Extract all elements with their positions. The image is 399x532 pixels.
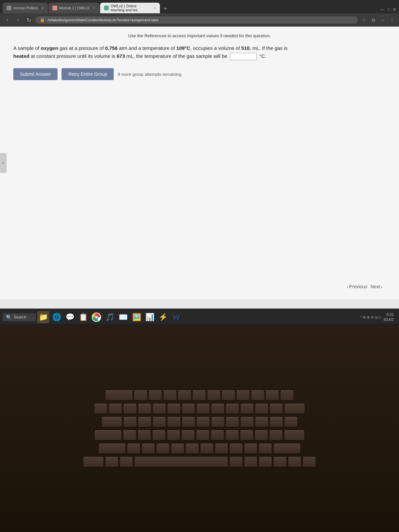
key-b xyxy=(186,444,199,454)
menu-icon[interactable]: ⋮ xyxy=(388,17,396,23)
key-t xyxy=(182,417,195,428)
key-space xyxy=(135,457,228,467)
q-part2: atm and a temperature of xyxy=(118,45,177,51)
key-win xyxy=(105,457,118,467)
key-h xyxy=(197,430,209,441)
search-label: Search xyxy=(14,315,26,320)
tab-module2-owlv2[interactable]: Module 2 | OWLv2 ✕ xyxy=(49,3,99,13)
key-enter xyxy=(284,430,304,441)
key-f6 xyxy=(207,390,220,401)
key-f1 xyxy=(134,390,147,401)
q-part5: mL, the temperature of the gas sample wi… xyxy=(125,53,227,59)
new-tab-button[interactable]: + xyxy=(161,4,170,13)
reload-button[interactable]: ↻ xyxy=(25,17,33,23)
key-c xyxy=(157,444,169,454)
key-arrow-l xyxy=(259,457,272,467)
key-f9 xyxy=(251,390,264,401)
previous-button[interactable]: ‹ Previous xyxy=(347,284,367,289)
address-text: m/takeAssignment/takeCovalentActivity.do… xyxy=(48,18,158,22)
reference-note: Use the References to access important v… xyxy=(13,33,386,38)
key-u xyxy=(211,417,224,428)
q-part3: , occupies a volume of xyxy=(190,45,241,51)
taskbar-mail[interactable]: ✉️ xyxy=(117,311,129,323)
key-z xyxy=(127,444,140,454)
tab2-close[interactable]: ✕ xyxy=(93,6,95,10)
taskbar-powerpoint[interactable]: 📊 xyxy=(144,311,156,323)
app1-icon: 📋 xyxy=(79,313,88,322)
browser-actions: ☆ ⧉ ○ ⋮ xyxy=(360,17,396,23)
minimize-button[interactable]: — xyxy=(380,7,385,12)
q-part4: at constant pressure until its volume is xyxy=(29,53,117,59)
edge-icon: 🌐 xyxy=(52,313,61,322)
key-e xyxy=(153,417,166,428)
key-a xyxy=(123,430,136,441)
key-n xyxy=(200,444,213,454)
address-bar[interactable]: 🔒 m/takeAssignment/takeCovalentActivity.… xyxy=(35,16,358,24)
key-s xyxy=(138,430,151,441)
file-explorer-icon: 📁 xyxy=(39,313,48,322)
tray-icons: ^ ⊕ ⊗ ≋ ψ ⌻ xyxy=(360,315,381,320)
taskbar-music[interactable]: 🎵 xyxy=(104,311,116,323)
answer-input-box[interactable] xyxy=(230,53,257,60)
tab1-close[interactable]: ✕ xyxy=(41,6,44,10)
taskbar-file-explorer[interactable]: 📁 xyxy=(37,311,49,323)
key-comma xyxy=(230,444,242,454)
key-ctrl-l xyxy=(83,457,103,467)
key-f5 xyxy=(193,390,205,401)
teams-icon: 💬 xyxy=(66,313,74,322)
submit-answer-button[interactable]: Submit Answer xyxy=(13,68,58,80)
previous-chevron-icon: ‹ xyxy=(347,284,348,289)
key-8 xyxy=(211,404,224,414)
tab-american-politics[interactable]: nerican Politics ✕ xyxy=(3,3,48,13)
back-button[interactable]: ‹ xyxy=(3,17,11,23)
close-window-button[interactable]: ✕ xyxy=(393,7,396,12)
taskbar: 🔍 Search 📁 🌐 💬 📋 🎵 ✉️ 🖼️ 📊 ⚡ xyxy=(0,309,399,326)
next-button[interactable]: Next › xyxy=(371,284,382,289)
taskbar-chrome[interactable] xyxy=(90,311,102,323)
taskbar-edge[interactable]: 🌐 xyxy=(51,311,63,323)
tab3-close[interactable]: ✕ xyxy=(153,6,156,10)
extension-icon[interactable]: ⧉ xyxy=(370,17,377,23)
key-f8 xyxy=(237,390,249,401)
keyboard-row-1 xyxy=(106,390,293,401)
key-7 xyxy=(197,404,209,414)
q-part1: gas at a pressure of xyxy=(58,45,105,51)
retry-entire-group-button[interactable]: Retry Entire Group xyxy=(62,68,114,80)
profile-icon[interactable]: ○ xyxy=(379,17,386,23)
address-bar-row: ‹ › ↻ 🔒 m/takeAssignment/takeCovalentAct… xyxy=(0,13,399,27)
left-collapse-arrow[interactable]: < xyxy=(0,153,7,173)
maximize-button[interactable]: □ xyxy=(387,7,390,12)
previous-label: Previous xyxy=(349,284,367,289)
word-icon: W xyxy=(173,313,180,322)
key-4 xyxy=(153,404,166,414)
next-label: Next xyxy=(371,284,380,289)
key-1 xyxy=(109,404,122,414)
tab-owlv2-active[interactable]: OWLv2 | Online teaching and lea ✕ xyxy=(100,3,160,13)
taskbar-teams[interactable]: 💬 xyxy=(64,311,76,323)
taskbar-app1[interactable]: 📋 xyxy=(77,311,89,323)
key-alt-l xyxy=(120,457,133,467)
taskbar-word[interactable]: W xyxy=(170,311,182,323)
tab3-favicon xyxy=(104,6,109,10)
taskbar-other1[interactable]: ⚡ xyxy=(157,311,169,323)
tab2-label: Module 2 | OWLv2 xyxy=(59,6,89,10)
music-icon: 🎵 xyxy=(105,313,114,322)
key-tilde xyxy=(94,404,107,414)
forward-button[interactable]: › xyxy=(14,17,22,23)
bookmark-icon[interactable]: ☆ xyxy=(360,17,368,23)
q-unit: °C. xyxy=(259,53,266,59)
other1-icon: ⚡ xyxy=(159,313,168,322)
q-intro: A sample of xyxy=(13,45,41,51)
key-shift-r xyxy=(274,444,300,454)
attempts-remaining-text: 9 more group attempts remaining xyxy=(118,72,181,77)
keyboard-area xyxy=(0,326,399,532)
key-p xyxy=(255,417,268,428)
key-9 xyxy=(226,404,239,414)
date-display: 5/14/2 xyxy=(383,317,394,322)
powerpoint-icon: 📊 xyxy=(145,313,154,322)
taskbar-photos[interactable]: 🖼️ xyxy=(130,311,142,323)
taskbar-search[interactable]: 🔍 Search xyxy=(3,313,36,321)
key-caps xyxy=(95,430,121,441)
key-g xyxy=(182,430,195,441)
key-minus xyxy=(255,404,268,414)
